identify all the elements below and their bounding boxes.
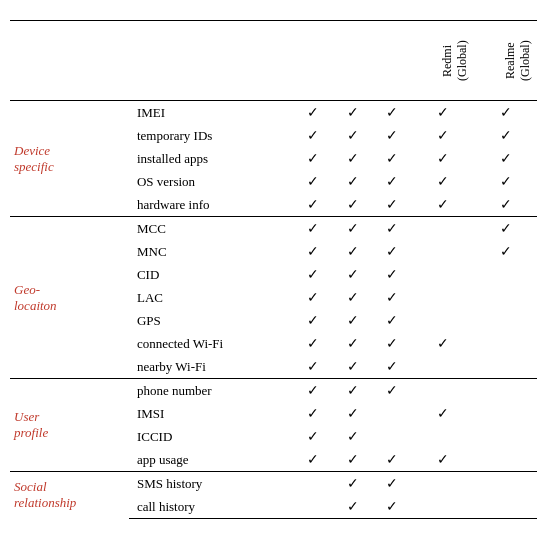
- check-cell-0-0-4: ✓: [474, 101, 537, 125]
- pii-type-cell: GPS: [129, 309, 294, 332]
- check-cell-1-3-3: [412, 286, 474, 309]
- check-cell-2-2-3: [412, 425, 474, 448]
- check-cell-2-0-3: [412, 379, 474, 403]
- check-cell-1-4-3: [412, 309, 474, 332]
- check-cell-0-3-0: ✓: [294, 170, 333, 193]
- check-cell-1-4-0: ✓: [294, 309, 333, 332]
- check-cell-3-1-4: [474, 495, 537, 519]
- col-header-realme: [373, 21, 412, 101]
- check-cell-2-0-0: ✓: [294, 379, 333, 403]
- check-cell-0-1-2: ✓: [373, 124, 412, 147]
- check-cell-2-1-4: [474, 402, 537, 425]
- check-cell-1-6-1: ✓: [333, 355, 372, 379]
- check-cell-1-1-3: [412, 240, 474, 263]
- check-cell-0-3-1: ✓: [333, 170, 372, 193]
- pii-type-cell: phone number: [129, 379, 294, 403]
- pii-type-cell: SMS history: [129, 472, 294, 496]
- check-cell-0-4-4: ✓: [474, 193, 537, 217]
- check-cell-2-2-0: ✓: [294, 425, 333, 448]
- check-cell-2-3-1: ✓: [333, 448, 372, 472]
- group-column-header: [10, 21, 129, 101]
- table-row: DevicespecificIMEI✓✓✓✓✓: [10, 101, 537, 125]
- check-cell-0-0-1: ✓: [333, 101, 372, 125]
- check-cell-1-0-1: ✓: [333, 217, 372, 241]
- pii-type-cell: CID: [129, 263, 294, 286]
- table-row: SocialrelationshipSMS history✓✓: [10, 472, 537, 496]
- pii-type-cell: temporary IDs: [129, 124, 294, 147]
- col-header-oneplus: [333, 21, 372, 101]
- pii-type-cell: LAC: [129, 286, 294, 309]
- check-cell-2-2-2: [373, 425, 412, 448]
- check-cell-1-5-4: [474, 332, 537, 355]
- check-cell-0-4-2: ✓: [373, 193, 412, 217]
- check-cell-1-1-1: ✓: [333, 240, 372, 263]
- check-cell-2-3-0: ✓: [294, 448, 333, 472]
- check-cell-3-1-0: [294, 495, 333, 519]
- check-cell-2-2-4: [474, 425, 537, 448]
- check-cell-0-3-3: ✓: [412, 170, 474, 193]
- check-cell-1-5-1: ✓: [333, 332, 372, 355]
- check-cell-1-0-2: ✓: [373, 217, 412, 241]
- check-cell-1-5-2: ✓: [373, 332, 412, 355]
- check-cell-0-1-1: ✓: [333, 124, 372, 147]
- check-cell-0-3-4: ✓: [474, 170, 537, 193]
- pii-type-cell: connected Wi-Fi: [129, 332, 294, 355]
- check-cell-1-6-2: ✓: [373, 355, 412, 379]
- check-cell-2-3-4: [474, 448, 537, 472]
- check-cell-3-0-2: ✓: [373, 472, 412, 496]
- pii-type-cell: call history: [129, 495, 294, 519]
- check-cell-3-0-0: [294, 472, 333, 496]
- check-cell-1-6-0: ✓: [294, 355, 333, 379]
- check-cell-2-3-3: ✓: [412, 448, 474, 472]
- group-label-0: Devicespecific: [10, 101, 129, 217]
- pii-type-cell: IMEI: [129, 101, 294, 125]
- check-cell-1-2-4: [474, 263, 537, 286]
- check-cell-0-0-0: ✓: [294, 101, 333, 125]
- check-cell-1-3-0: ✓: [294, 286, 333, 309]
- pii-type-cell: app usage: [129, 448, 294, 472]
- check-cell-1-3-2: ✓: [373, 286, 412, 309]
- table-header: Redmi(Global) Realme(Global): [10, 21, 537, 101]
- check-cell-0-0-3: ✓: [412, 101, 474, 125]
- check-cell-0-2-2: ✓: [373, 147, 412, 170]
- group-label-2: Userprofile: [10, 379, 129, 472]
- check-cell-0-1-3: ✓: [412, 124, 474, 147]
- table-row: Geo-locaitonMCC✓✓✓✓: [10, 217, 537, 241]
- group-label-3: Socialrelationship: [10, 472, 129, 519]
- pii-type-cell: IMSI: [129, 402, 294, 425]
- check-cell-1-4-2: ✓: [373, 309, 412, 332]
- check-cell-2-1-0: ✓: [294, 402, 333, 425]
- check-cell-1-5-0: ✓: [294, 332, 333, 355]
- check-cell-1-4-1: ✓: [333, 309, 372, 332]
- check-cell-1-6-3: [412, 355, 474, 379]
- check-cell-1-3-1: ✓: [333, 286, 372, 309]
- check-cell-1-1-2: ✓: [373, 240, 412, 263]
- col-header-realme-global-label: Realme(Global): [503, 40, 532, 81]
- check-cell-2-3-2: ✓: [373, 448, 412, 472]
- check-cell-0-4-1: ✓: [333, 193, 372, 217]
- check-cell-1-2-1: ✓: [333, 263, 372, 286]
- pii-type-cell: installed apps: [129, 147, 294, 170]
- check-cell-2-1-2: [373, 402, 412, 425]
- check-cell-0-3-2: ✓: [373, 170, 412, 193]
- check-cell-0-1-0: ✓: [294, 124, 333, 147]
- check-cell-1-5-3: ✓: [412, 332, 474, 355]
- check-cell-2-0-4: [474, 379, 537, 403]
- check-cell-1-2-2: ✓: [373, 263, 412, 286]
- col-header-redmi-global-label: Redmi(Global): [440, 40, 469, 81]
- check-cell-0-1-4: ✓: [474, 124, 537, 147]
- check-cell-0-2-4: ✓: [474, 147, 537, 170]
- check-cell-3-1-1: ✓: [333, 495, 372, 519]
- check-cell-0-0-2: ✓: [373, 101, 412, 125]
- col-header-redmi: [294, 21, 333, 101]
- check-cell-0-2-1: ✓: [333, 147, 372, 170]
- col-header-realme-global: Realme(Global): [474, 21, 537, 101]
- check-cell-3-1-3: [412, 495, 474, 519]
- pii-type-cell: ICCID: [129, 425, 294, 448]
- check-cell-1-1-4: ✓: [474, 240, 537, 263]
- check-cell-1-0-3: [412, 217, 474, 241]
- pii-type-cell: MCC: [129, 217, 294, 241]
- col-header-redmi-global: Redmi(Global): [412, 21, 474, 101]
- check-cell-2-2-1: ✓: [333, 425, 372, 448]
- check-cell-2-1-1: ✓: [333, 402, 372, 425]
